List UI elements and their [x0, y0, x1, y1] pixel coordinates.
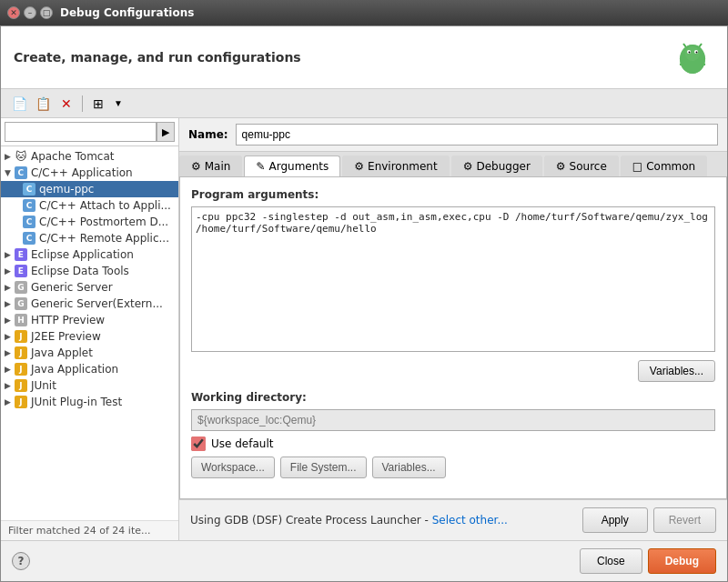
- sidebar-item-generic-server-ext[interactable]: ▶ G Generic Server(Extern...: [1, 296, 178, 312]
- tab-source[interactable]: ⚙ Source: [544, 156, 619, 176]
- sidebar-item-http-preview[interactable]: ▶ H HTTP Preview: [1, 312, 178, 328]
- svg-point-13: [685, 46, 700, 61]
- toolbar-dropdown-button[interactable]: ▼: [111, 93, 126, 115]
- sidebar-item-junit-plugin[interactable]: ▶ J JUnit Plug-in Test: [1, 394, 178, 410]
- svg-point-16: [689, 52, 691, 54]
- working-dir-label: Working directory:: [191, 391, 715, 404]
- sidebar-item-label: qemu-ppc: [39, 183, 94, 196]
- maximize-button[interactable]: □: [40, 6, 53, 19]
- search-box: ▶: [1, 118, 178, 146]
- filter-status: Filter matched 24 of 24 ite...: [1, 520, 178, 540]
- tab-label: Common: [646, 160, 695, 173]
- sidebar-item-apache-tomcat[interactable]: ▶ 🐱 Apache Tomcat: [1, 148, 178, 165]
- toolbar-separator: [82, 95, 83, 112]
- sidebar-item-generic-server[interactable]: ▶ G Generic Server: [1, 279, 178, 296]
- tab-label: Arguments: [268, 160, 329, 173]
- cpp-icon: C: [23, 183, 35, 196]
- svg-point-17: [696, 52, 698, 54]
- j2ee-icon: J: [15, 330, 27, 343]
- tab-label: Source: [570, 160, 607, 173]
- expand-arrow-icon: ▶: [5, 266, 11, 276]
- revert-button[interactable]: Revert: [653, 507, 716, 533]
- tab-debugger[interactable]: ⚙ Debugger: [451, 156, 542, 176]
- bottom-bar: Using GDB (DSF) Create Process Launcher …: [179, 499, 727, 540]
- right-panel: Name: ⚙ Main ✎ Arguments ⚙ Environment: [179, 118, 727, 540]
- sidebar-item-label: Apache Tomcat: [31, 150, 115, 163]
- window-title: Debug Configurations: [60, 6, 194, 19]
- window-header: Create, manage, and run configurations: [1, 26, 727, 89]
- tomcat-icon: 🐱: [15, 150, 27, 163]
- use-default-checkbox[interactable]: [191, 436, 206, 451]
- delete-button[interactable]: ✕: [56, 93, 77, 115]
- expand-arrow-icon: ▶: [5, 348, 11, 357]
- window-subtitle: Create, manage, and run configurations: [14, 50, 301, 65]
- workspace-btn[interactable]: Workspace...: [191, 457, 275, 478]
- sidebar-item-label: Java Applet: [31, 346, 93, 359]
- tab-environment[interactable]: ⚙ Environment: [342, 156, 449, 176]
- sidebar-item-java-applet[interactable]: ▶ J Java Applet: [1, 345, 178, 361]
- tab-common[interactable]: □ Common: [621, 156, 707, 176]
- expand-arrow-icon: ▶: [5, 283, 11, 292]
- window-controls[interactable]: ✕ – □: [7, 6, 53, 19]
- search-clear-button[interactable]: ▶: [157, 122, 175, 142]
- sidebar-item-eclipse-data-tools[interactable]: ▶ E Eclipse Data Tools: [1, 263, 178, 279]
- sidebar-item-label: Generic Server(Extern...: [31, 297, 163, 310]
- generic-icon: G: [15, 281, 27, 294]
- expand-arrow-icon: ▶: [5, 299, 11, 308]
- tab-bar: ⚙ Main ✎ Arguments ⚙ Environment ⚙ Debug…: [179, 152, 727, 177]
- sidebar-item-junit[interactable]: ▶ J JUnit: [1, 377, 178, 394]
- java-icon: J: [15, 363, 27, 376]
- common-tab-icon: □: [632, 160, 642, 173]
- sidebar-item-java-application[interactable]: ▶ J Java Application: [1, 361, 178, 377]
- apply-button[interactable]: Apply: [582, 507, 648, 533]
- sidebar-item-cpp-attach[interactable]: C C/C++ Attach to Appli...: [1, 197, 178, 214]
- expand-arrow-icon: ▶: [5, 332, 11, 341]
- tab-main[interactable]: ⚙ Main: [179, 156, 242, 176]
- sidebar-item-label: C/C++ Remote Applic...: [39, 232, 169, 245]
- variables-button[interactable]: Variables...: [638, 360, 715, 382]
- name-input[interactable]: [236, 124, 718, 146]
- search-input[interactable]: [5, 122, 157, 142]
- duplicate-button[interactable]: 📋: [32, 93, 54, 115]
- sidebar-item-eclipse-application[interactable]: ▶ E Eclipse Application: [1, 246, 178, 263]
- expand-arrow-icon: ▶: [5, 316, 11, 325]
- dialog-bottom-bar: ? Close Debug: [1, 540, 727, 581]
- file-system-btn[interactable]: File System...: [280, 457, 367, 478]
- close-button[interactable]: Close: [580, 548, 642, 574]
- help-button[interactable]: ?: [12, 552, 30, 570]
- sidebar-item-cpp-postmortem[interactable]: C C/C++ Postmortem D...: [1, 214, 178, 230]
- working-dir-input[interactable]: [191, 409, 715, 431]
- svg-line-6: [683, 44, 686, 47]
- minimize-button[interactable]: –: [24, 6, 36, 19]
- sidebar-item-label: C/C++ Attach to Appli...: [39, 199, 171, 212]
- tab-arguments[interactable]: ✎ Arguments: [244, 156, 340, 176]
- sidebar-item-cpp-application[interactable]: ▼ C C/C++ Application: [1, 165, 178, 181]
- debug-bug-icon: [671, 35, 714, 79]
- sidebar-item-label: HTTP Preview: [31, 314, 105, 326]
- sidebar-item-label: JUnit: [31, 379, 56, 392]
- sidebar-item-label: C/C++ Postmortem D...: [39, 216, 168, 228]
- collapse-all-button[interactable]: ⊞: [87, 93, 109, 115]
- tab-label: Debugger: [476, 160, 530, 173]
- new-config-button[interactable]: 📄: [8, 93, 30, 115]
- close-window-button[interactable]: ✕: [7, 6, 20, 19]
- program-args-label: Program arguments:: [191, 188, 715, 201]
- sidebar-item-label: J2EE Preview: [31, 330, 101, 343]
- action-buttons: Apply Revert: [582, 507, 716, 533]
- left-panel: ▶ ▶ 🐱 Apache Tomcat ▼ C C/C++ Applicatio…: [1, 118, 179, 540]
- sidebar-item-cpp-remote[interactable]: C C/C++ Remote Applic...: [1, 230, 178, 246]
- sidebar-item-j2ee-preview[interactable]: ▶ J J2EE Preview: [1, 328, 178, 345]
- program-args-input[interactable]: -cpu ppc32 -singlestep -d out_asm,in_asm…: [191, 206, 715, 352]
- eclipse-icon: E: [15, 265, 27, 277]
- select-other-link[interactable]: Select other...: [432, 514, 508, 527]
- debug-button[interactable]: Debug: [648, 548, 716, 574]
- junit-icon: J: [15, 379, 27, 392]
- sidebar-item-qemu-ppc[interactable]: C qemu-ppc: [1, 181, 178, 197]
- expand-arrow-icon: ▶: [5, 152, 11, 161]
- environment-tab-icon: ⚙: [354, 160, 364, 173]
- expand-arrow-icon: ▼: [5, 168, 11, 177]
- tab-label: Main: [205, 160, 231, 173]
- dir-variables-btn[interactable]: Variables...: [372, 457, 446, 478]
- eclipse-icon: E: [15, 248, 27, 261]
- expand-arrow-icon: ▶: [5, 365, 11, 374]
